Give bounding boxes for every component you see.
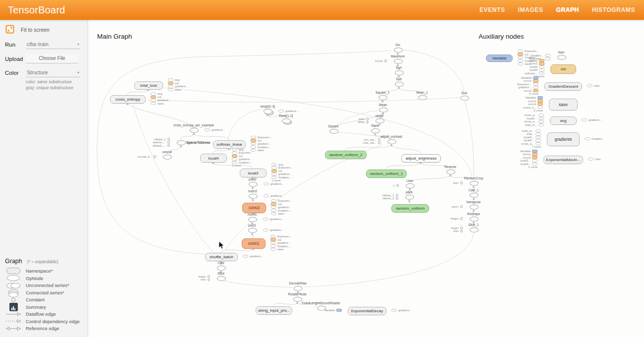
node-sqrt[interactable]	[395, 70, 404, 75]
annotation[interactable]: Gradien...	[271, 209, 292, 212]
annotation[interactable]: train	[588, 158, 601, 161]
annotation[interactable]: gradient...	[271, 172, 293, 176]
node-train[interactable]	[557, 55, 566, 60]
node-mean[interactable]	[379, 108, 388, 112]
annotation[interactable]: 3 more	[504, 109, 543, 112]
fit-to-screen-button[interactable]: Fit to screen	[5, 24, 87, 35]
node-conv2[interactable]: conv2	[242, 203, 266, 213]
node-tl[interactable]: total_loss	[134, 81, 163, 90]
annotation[interactable]: gradient...	[205, 128, 225, 132]
annotation[interactable]: total_lo...	[505, 123, 544, 127]
node-ema[interactable]: ExponentialMovin...	[543, 156, 583, 164]
node-range13[interactable]	[264, 109, 272, 114]
annotation[interactable]: gradient...	[232, 158, 253, 161]
annotation[interactable]: Exponen...	[232, 151, 253, 155]
node-mean1[interactable]	[418, 95, 427, 100]
annotation[interactable]: save	[251, 149, 272, 152]
node-gd[interactable]: GradientDescent	[544, 82, 582, 91]
annotation[interactable]: gradient...	[264, 182, 284, 186]
annotation[interactable]: save	[168, 88, 188, 92]
tab-images[interactable]: IMAGES	[518, 6, 543, 13]
node-avg[interactable]: avg	[550, 116, 577, 125]
annotation[interactable]: gradient...	[264, 194, 284, 198]
node-sq1[interactable]	[378, 95, 387, 100]
graph-canvas[interactable]: DivMaximumConstSqrtSubSquare_1Mean_1SubM…	[0, 0, 644, 337]
annotation[interactable]: gradient...	[151, 99, 171, 102]
annotation[interactable]: save	[270, 248, 292, 251]
node-less[interactable]	[406, 183, 415, 188]
node-expd[interactable]: ExponentialDecay	[348, 307, 386, 315]
annotation[interactable]: size	[424, 229, 463, 233]
annotation[interactable]: save	[151, 102, 171, 106]
annotation[interactable]: concat_d...	[117, 155, 156, 159]
node-save[interactable]: save	[549, 99, 578, 111]
node-sub[interactable]	[395, 82, 404, 87]
node-slice1[interactable]	[470, 227, 479, 232]
node-rank12[interactable]	[282, 118, 291, 123]
annotation[interactable]: train	[587, 84, 600, 88]
node-l3[interactable]: local3	[240, 168, 267, 177]
annotation[interactable]: gradient...	[243, 255, 263, 258]
node-concat[interactable]	[163, 155, 172, 160]
annotation[interactable]: gradient...	[263, 228, 283, 232]
annotation[interactable]: shape	[424, 217, 463, 221]
annotation[interactable]: 3 more	[500, 92, 538, 96]
node-div[interactable]	[394, 48, 403, 53]
tab-events[interactable]: EVENTS	[480, 6, 505, 13]
run-select[interactable]: cifar-train ▾	[26, 40, 80, 49]
annotation[interactable]: gradient...	[168, 85, 188, 88]
color-select[interactable]: Structure ▾	[26, 68, 80, 77]
annotation[interactable]: Gradien...	[232, 161, 253, 165]
node-tr[interactable]	[470, 205, 479, 210]
node-adjc[interactable]	[387, 139, 396, 144]
annotation[interactable]: delta	[330, 120, 369, 124]
annotation[interactable]: Gradien...	[271, 176, 293, 179]
annotation[interactable]: 7 more	[502, 145, 541, 149]
node-rank[interactable]	[371, 128, 380, 133]
annotation[interactable]: 1 more	[499, 166, 537, 169]
annotation[interactable]: Gradien...	[585, 137, 604, 141]
node-square[interactable]	[329, 129, 338, 134]
node-sub1[interactable]	[460, 96, 469, 101]
node-cepe[interactable]	[190, 128, 199, 133]
annotation[interactable]: perm	[424, 205, 463, 209]
node-slice[interactable]	[217, 276, 226, 281]
node-max[interactable]	[394, 59, 403, 64]
annotation[interactable]: 1 more	[271, 179, 293, 182]
node-pool1[interactable]	[248, 228, 257, 233]
node-adjb[interactable]: adjust_brightness	[401, 154, 441, 163]
node-pool2[interactable]	[249, 182, 258, 187]
annotation[interactable]: 1 more	[232, 164, 253, 168]
node-ru[interactable]: random_uniform	[391, 204, 429, 213]
tab-histograms[interactable]: HISTOGRAMS	[592, 6, 635, 13]
node-grads[interactable]: gradients	[547, 132, 580, 146]
node-ru1[interactable]: random_uniform_1	[366, 169, 407, 178]
annotation[interactable]: Gradien...	[251, 145, 272, 149]
annotation[interactable]: save	[271, 212, 292, 216]
node-resh[interactable]	[470, 217, 479, 222]
node-rc[interactable]	[470, 181, 479, 186]
choose-file-button[interactable]: Choose File	[26, 54, 78, 63]
annotation[interactable]: Gradien...	[270, 244, 292, 248]
node-cast[interactable]	[217, 266, 226, 271]
annotation[interactable]: Exponen...	[271, 166, 293, 169]
annotation[interactable]: gradient...	[391, 309, 412, 312]
annotation[interactable]: max_val...	[342, 141, 380, 145]
annotation[interactable]: gradient...	[263, 218, 283, 221]
node-sml[interactable]: softmax_linear	[213, 140, 246, 149]
tab-graph[interactable]: GRAPH	[556, 6, 579, 13]
annotation[interactable]: y	[360, 184, 399, 187]
annotation[interactable]: default_...	[131, 144, 170, 147]
node-dec[interactable]	[294, 286, 303, 291]
annotation[interactable]: gradient...	[582, 118, 602, 122]
node-rev[interactable]	[446, 169, 455, 174]
node-range[interactable]	[376, 118, 384, 123]
annotation[interactable]: size	[171, 278, 210, 281]
node-norm2[interactable]	[249, 194, 258, 199]
node-cast1[interactable]	[470, 193, 479, 198]
annotation[interactable]: Variable	[303, 309, 342, 312]
node-init[interactable]: init	[550, 64, 576, 74]
node-ru2[interactable]: random_uniform_2	[325, 151, 367, 159]
node-norm1[interactable]	[248, 217, 257, 222]
node-rr[interactable]	[293, 297, 302, 302]
